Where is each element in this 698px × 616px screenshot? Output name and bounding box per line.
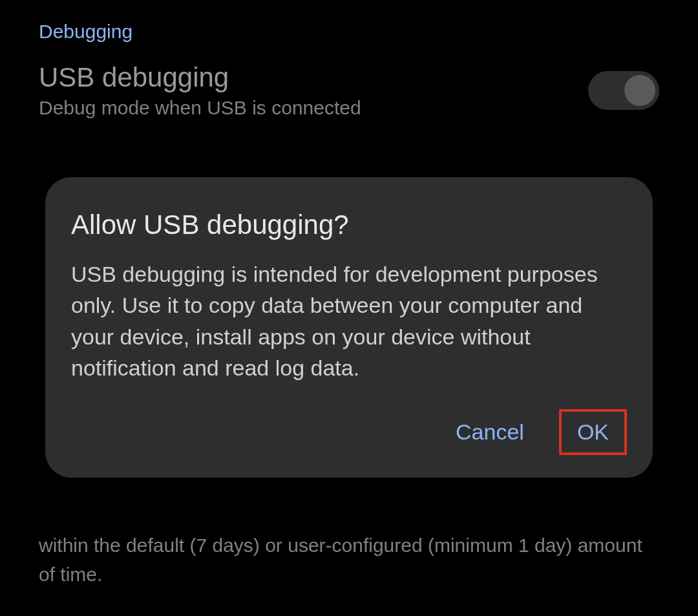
setting-text: USB debugging Debug mode when USB is con… bbox=[39, 62, 588, 119]
setting-subtitle: Debug mode when USB is connected bbox=[39, 97, 588, 119]
background-partial-text: within the default (7 days) or user-conf… bbox=[0, 531, 698, 589]
section-header-debugging: Debugging bbox=[0, 0, 698, 43]
dialog-body: USB debugging is intended for developmen… bbox=[71, 259, 627, 383]
setting-title: USB debugging bbox=[39, 62, 588, 93]
ok-button[interactable]: OK bbox=[559, 409, 627, 455]
dialog-title: Allow USB debugging? bbox=[71, 209, 627, 240]
usb-debugging-dialog: Allow USB debugging? USB debugging is in… bbox=[45, 177, 653, 478]
toggle-knob bbox=[624, 75, 655, 106]
dialog-buttons: Cancel OK bbox=[71, 409, 627, 455]
cancel-button[interactable]: Cancel bbox=[441, 409, 538, 455]
usb-debugging-toggle[interactable] bbox=[588, 71, 659, 110]
setting-usb-debugging[interactable]: USB debugging Debug mode when USB is con… bbox=[0, 43, 698, 138]
